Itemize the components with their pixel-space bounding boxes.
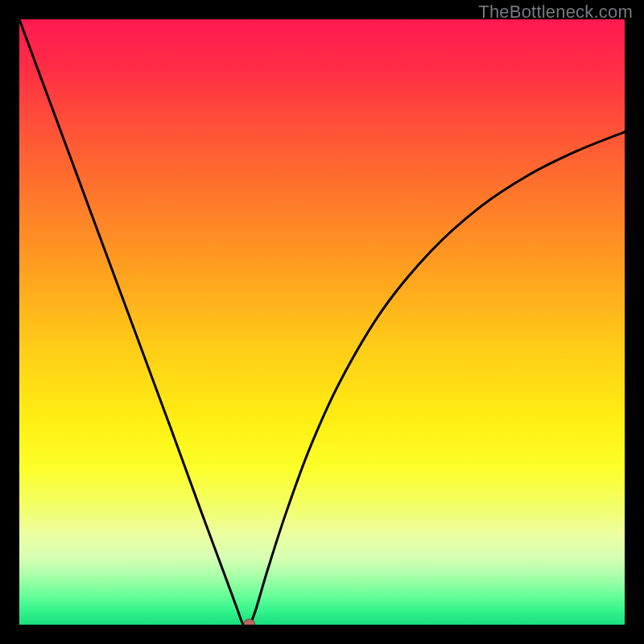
plot-frame bbox=[19, 19, 625, 625]
chart-outer: TheBottleneck.com bbox=[0, 0, 644, 644]
bottleneck-chart bbox=[19, 19, 625, 625]
watermark-text: TheBottleneck.com bbox=[478, 2, 633, 23]
gradient-background bbox=[19, 19, 625, 625]
